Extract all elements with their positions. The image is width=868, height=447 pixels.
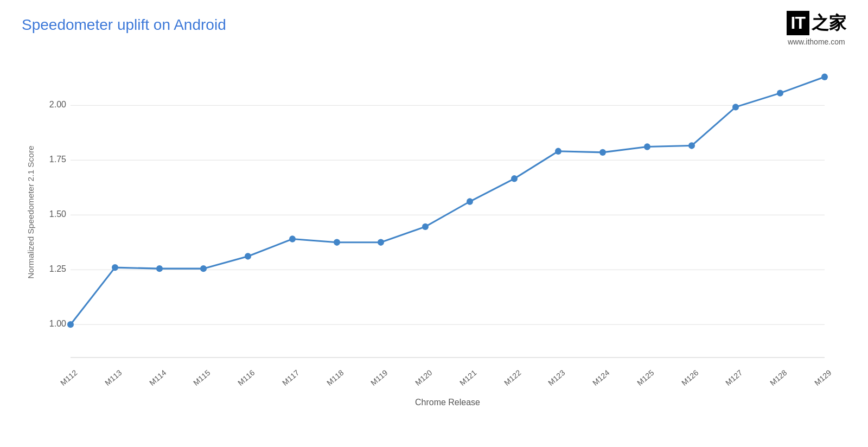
svg-text:M122: M122 xyxy=(502,368,522,387)
data-point-m119 xyxy=(378,239,384,246)
svg-text:Normalized Speedometer 2.1 Sco: Normalized Speedometer 2.1 Score xyxy=(26,145,35,279)
data-point-m114 xyxy=(156,265,163,272)
svg-text:1.00: 1.00 xyxy=(49,318,66,328)
data-point-m124 xyxy=(599,149,606,156)
chart-wrapper: 1.00 1.25 1.50 1.75 2.00 Normalized Spee… xyxy=(22,44,846,413)
svg-text:M127: M127 xyxy=(724,368,744,387)
svg-text:M120: M120 xyxy=(413,368,433,387)
svg-text:M124: M124 xyxy=(591,368,611,387)
svg-text:1.25: 1.25 xyxy=(49,264,66,273)
data-point-m120 xyxy=(422,224,429,230)
data-point-m126 xyxy=(688,142,695,149)
data-point-m129 xyxy=(821,74,828,80)
data-point-m125 xyxy=(644,143,650,150)
data-point-m116 xyxy=(245,253,251,259)
chart-svg: 1.00 1.25 1.50 1.75 2.00 Normalized Spee… xyxy=(22,44,846,413)
data-point-m115 xyxy=(200,265,207,272)
chart-title: Speedometer uplift on Android xyxy=(22,16,846,34)
logo-chinese-text: 之家 xyxy=(812,11,846,35)
svg-text:1.50: 1.50 xyxy=(49,209,66,219)
svg-text:M115: M115 xyxy=(192,368,212,387)
data-point-m127 xyxy=(732,104,739,110)
svg-text:M114: M114 xyxy=(148,368,168,387)
svg-text:Chrome Release: Chrome Release xyxy=(415,397,480,406)
logo-box: IT 之家 xyxy=(787,11,846,35)
svg-text:2.00: 2.00 xyxy=(49,99,66,109)
data-point-m121 xyxy=(467,198,473,205)
logo-it-text: IT xyxy=(787,11,809,35)
svg-text:M116: M116 xyxy=(236,368,256,387)
data-point-m122 xyxy=(511,175,518,182)
data-point-m123 xyxy=(555,148,561,155)
svg-text:M128: M128 xyxy=(768,368,788,387)
logo-area: IT 之家 www.ithome.com xyxy=(787,11,846,46)
svg-text:M129: M129 xyxy=(813,368,833,387)
svg-text:M113: M113 xyxy=(103,368,123,387)
svg-text:M117: M117 xyxy=(280,368,301,387)
svg-text:M118: M118 xyxy=(325,368,345,387)
chart-line xyxy=(71,77,825,324)
svg-text:M121: M121 xyxy=(458,368,478,387)
data-point-m112 xyxy=(67,321,74,328)
svg-text:M112: M112 xyxy=(59,368,79,387)
page-container: Speedometer uplift on Android IT 之家 www.… xyxy=(0,0,868,447)
svg-text:M119: M119 xyxy=(369,368,389,387)
svg-text:1.75: 1.75 xyxy=(49,154,66,164)
data-point-m117 xyxy=(289,235,296,242)
data-point-m118 xyxy=(334,239,340,246)
svg-text:M126: M126 xyxy=(680,368,700,387)
data-point-m128 xyxy=(777,90,783,96)
data-point-m113 xyxy=(112,264,118,271)
svg-text:M123: M123 xyxy=(546,368,566,387)
svg-text:M125: M125 xyxy=(635,368,655,387)
